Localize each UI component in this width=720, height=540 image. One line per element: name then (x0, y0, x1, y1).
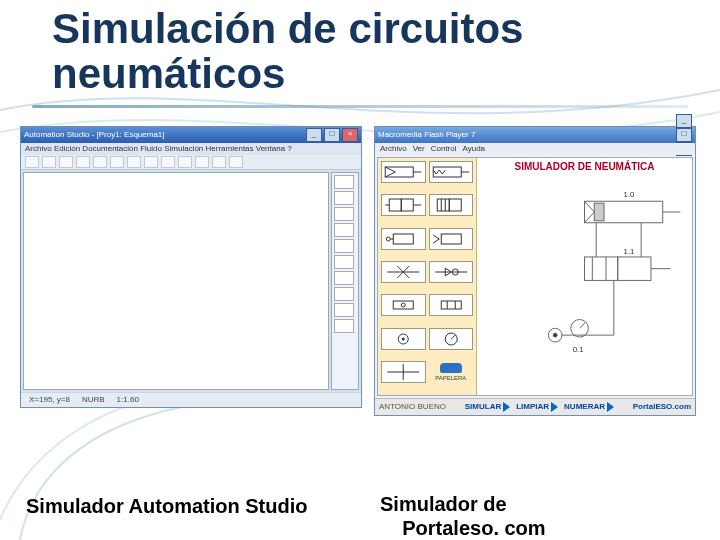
menu-ver[interactable]: Ver (413, 144, 425, 153)
title-line2: neumáticos (52, 50, 285, 97)
caption-right-line2: Portaleso. com (402, 517, 545, 539)
svg-line-23 (451, 335, 455, 339)
simulator-footer: ANTONIO BUENO SIMULAR LIMPIAR NUMERAR Po… (375, 398, 695, 415)
limpiar-button[interactable]: LIMPIAR (516, 402, 558, 412)
svg-point-16 (401, 303, 405, 307)
left-menubar-text: Archivo Edición Documentación Fluido Sim… (25, 144, 292, 153)
toolbar-button[interactable] (93, 156, 107, 168)
toolbar-button[interactable] (59, 156, 73, 168)
toolbar-button[interactable] (178, 156, 192, 168)
svg-rect-6 (437, 199, 449, 211)
component-palette: PAPELERA (378, 158, 477, 395)
right-menubar[interactable]: Archivo Ver Control Ayuda (375, 143, 695, 155)
svg-point-35 (553, 333, 557, 337)
left-body (21, 170, 361, 392)
maximize-button[interactable]: □ (324, 128, 340, 142)
svg-rect-4 (389, 199, 401, 211)
symbol-shuttle[interactable] (381, 294, 426, 316)
toolbar-button[interactable] (76, 156, 90, 168)
symbol-junction[interactable] (381, 361, 426, 383)
trash-icon (440, 363, 462, 373)
symbol-checkvalve[interactable] (429, 261, 474, 283)
play-icon (503, 402, 510, 412)
palette-tool[interactable] (334, 207, 354, 221)
toolbar-button[interactable] (110, 156, 124, 168)
footer-actions: SIMULAR LIMPIAR NUMERAR (465, 402, 614, 412)
symbol-cylinder-spring[interactable] (429, 161, 474, 183)
symbol-valve-lever[interactable] (429, 228, 474, 250)
minimize-button[interactable]: _ (676, 114, 692, 128)
toolbar-button[interactable] (212, 156, 226, 168)
right-titlebar: Macromedia Flash Player 7 _ □ × (375, 127, 695, 143)
left-titlebar: Automation Studio - [Proy1: Esquema1] _ … (21, 127, 361, 143)
automation-studio-window: Automation Studio - [Proy1: Esquema1] _ … (20, 126, 362, 408)
numerar-label: NUMERAR (564, 402, 605, 411)
palette-tool[interactable] (334, 319, 354, 333)
svg-rect-29 (585, 257, 618, 280)
symbol-cylinder[interactable] (381, 161, 426, 183)
left-statusbar: X=195, y=8 NURB 1:1.60 (21, 392, 361, 407)
symbol-valve-32[interactable] (381, 194, 426, 216)
svg-rect-5 (401, 199, 413, 211)
symbol-supply[interactable] (381, 328, 426, 350)
left-column: Automation Studio - [Proy1: Esquema1] _ … (20, 126, 362, 416)
symbol-gauge[interactable] (429, 328, 474, 350)
symbol-flowcontrol[interactable] (381, 261, 426, 283)
menu-control[interactable]: Control (431, 144, 457, 153)
maximize-button[interactable]: □ (676, 128, 692, 142)
menu-ayuda[interactable]: Ayuda (463, 144, 486, 153)
svg-line-37 (580, 322, 586, 328)
symbol-valve-52[interactable] (429, 194, 474, 216)
svg-rect-13 (441, 234, 461, 244)
footer-author: ANTONIO BUENO (379, 402, 446, 411)
left-toolbar (21, 155, 361, 170)
palette-tool[interactable] (334, 191, 354, 205)
symbol-and[interactable] (429, 294, 474, 316)
menu-archivo[interactable]: Archivo (380, 144, 407, 153)
toolbar-button[interactable] (229, 156, 243, 168)
caption-left: Simulador Automation Studio (26, 494, 307, 518)
palette-tool[interactable] (334, 271, 354, 285)
toolbar-button[interactable] (144, 156, 158, 168)
caption-right: Simulador de Portaleso. com (380, 492, 546, 540)
play-icon (607, 402, 614, 412)
right-column: Macromedia Flash Player 7 _ □ × Archivo … (374, 126, 700, 416)
trash-area[interactable]: PAPELERA (429, 361, 474, 381)
palette-tool[interactable] (334, 255, 354, 269)
play-icon (551, 402, 558, 412)
palette-tool[interactable] (334, 223, 354, 237)
flash-player-window: Macromedia Flash Player 7 _ □ × Archivo … (374, 126, 696, 416)
left-menubar[interactable]: Archivo Edición Documentación Fluido Sim… (21, 143, 361, 155)
palette-tool[interactable] (334, 239, 354, 253)
footer-brand: PortalESO.com (633, 402, 691, 411)
svg-rect-28 (594, 203, 604, 221)
limpiar-label: LIMPIAR (516, 402, 549, 411)
svg-point-21 (402, 337, 405, 340)
trash-label: PAPELERA (435, 375, 466, 381)
svg-rect-30 (618, 257, 651, 280)
numerar-button[interactable]: NUMERAR (564, 402, 614, 412)
left-palette (331, 172, 359, 390)
svg-rect-7 (449, 199, 461, 211)
palette-tool[interactable] (334, 303, 354, 317)
simular-label: SIMULAR (465, 402, 501, 411)
label-valve: 1.1 (624, 247, 635, 256)
toolbar-button[interactable] (42, 156, 56, 168)
svg-rect-10 (393, 234, 413, 244)
status-coords: X=195, y=8 (29, 395, 70, 404)
simular-button[interactable]: SIMULAR (465, 402, 510, 412)
slide-title: Simulación de circuitos neumáticos (0, 0, 720, 97)
symbol-valve-button[interactable] (381, 228, 426, 250)
toolbar-button[interactable] (127, 156, 141, 168)
svg-rect-0 (385, 167, 413, 177)
close-button[interactable]: × (342, 128, 358, 142)
palette-tool[interactable] (334, 175, 354, 189)
palette-tool[interactable] (334, 287, 354, 301)
toolbar-button[interactable] (161, 156, 175, 168)
toolbar-button[interactable] (25, 156, 39, 168)
toolbar-button[interactable] (195, 156, 209, 168)
simulator-canvas[interactable]: SIMULADOR DE NEUMÁTICA 1.0 (477, 158, 692, 395)
left-canvas[interactable] (23, 172, 329, 390)
label-cyl: 1.0 (624, 190, 636, 199)
minimize-button[interactable]: _ (306, 128, 322, 142)
